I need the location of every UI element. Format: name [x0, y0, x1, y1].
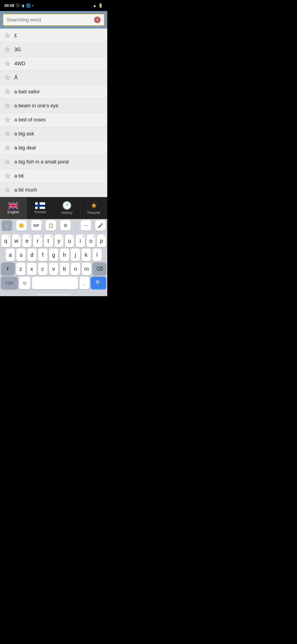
key-k[interactable]: k	[81, 249, 91, 261]
key-i[interactable]: i8	[76, 234, 85, 247]
key-s[interactable]: s	[16, 249, 26, 261]
word-text: 4WD	[14, 61, 25, 67]
key-r[interactable]: r4	[33, 234, 42, 247]
keyboard-row-3: ⬆ z x c v b n m ⌫	[1, 263, 106, 275]
svg-marker-4	[5, 89, 10, 94]
key-a[interactable]: a	[6, 249, 15, 261]
key-p[interactable]: p0	[97, 234, 106, 247]
word-item[interactable]: 4WD	[0, 57, 107, 71]
star-icon[interactable]	[4, 61, 10, 67]
key-z[interactable]: z	[16, 263, 26, 275]
svg-marker-11	[5, 187, 10, 192]
star-icon[interactable]	[4, 145, 10, 151]
word-text: a bed of roses	[14, 117, 46, 123]
home-indicator-bar	[0, 292, 107, 296]
keyboard-settings-button[interactable]: ⚙	[60, 220, 71, 231]
key-c[interactable]: c	[38, 263, 48, 275]
key-b[interactable]: b	[60, 263, 69, 275]
key-num-mode[interactable]: ?123	[1, 277, 18, 289]
word-item[interactable]: a big deal	[0, 141, 107, 155]
word-item[interactable]: 3G	[0, 43, 107, 57]
star-icon[interactable]	[4, 117, 10, 123]
keyboard-clipboard-button[interactable]: 📋	[46, 220, 56, 231]
star-icon[interactable]	[4, 159, 10, 165]
word-item[interactable]: £	[0, 29, 107, 43]
tab-english-label: English	[7, 210, 19, 214]
keyboard-gif-button[interactable]: GIF	[31, 220, 42, 231]
key-f[interactable]: f	[38, 249, 47, 261]
svg-marker-9	[5, 159, 10, 164]
star-icon[interactable]	[4, 47, 10, 53]
star-icon[interactable]	[4, 131, 10, 137]
word-item[interactable]: a bad sailor	[0, 85, 107, 99]
tab-favorite[interactable]: ★ Favorite	[81, 197, 107, 219]
star-icon[interactable]	[4, 187, 10, 193]
keyboard-row-2: a s d f g h j k l	[1, 249, 106, 261]
word-text: a bad sailor	[14, 89, 40, 95]
home-indicator	[37, 294, 70, 295]
svg-marker-3	[5, 75, 10, 80]
tab-english[interactable]: English	[0, 197, 27, 219]
word-text: a bit much	[14, 187, 37, 193]
star-icon[interactable]	[4, 173, 10, 179]
star-icon[interactable]	[4, 103, 10, 109]
star-icon[interactable]	[4, 89, 10, 95]
globe-icon: 🌐	[26, 3, 31, 8]
clear-button[interactable]	[94, 17, 101, 23]
search-input[interactable]	[7, 17, 92, 23]
key-e[interactable]: e3	[22, 234, 32, 247]
key-o[interactable]: o9	[86, 234, 96, 247]
key-y[interactable]: y6	[54, 234, 64, 247]
star-icon[interactable]	[4, 75, 10, 81]
svg-rect-15	[38, 202, 40, 209]
word-item[interactable]: a bit much	[0, 183, 107, 197]
key-n[interactable]: n	[71, 263, 80, 275]
svg-marker-0	[5, 33, 10, 38]
fi-flag-icon	[35, 202, 45, 209]
word-text: a bit	[14, 173, 24, 179]
svg-marker-6	[5, 117, 10, 122]
key-l[interactable]: l	[92, 249, 102, 261]
word-item[interactable]: a big fish in a small pond	[0, 155, 107, 169]
key-search[interactable]: 🔍	[91, 277, 106, 289]
word-item[interactable]: Å	[0, 71, 107, 85]
key-m[interactable]: m	[82, 263, 91, 275]
key-shift[interactable]: ⬆	[1, 263, 15, 275]
svg-marker-7	[5, 131, 10, 136]
key-j[interactable]: j	[71, 249, 80, 261]
tab-finnish[interactable]: Finnish	[27, 197, 54, 219]
tab-history[interactable]: 🕐 History	[54, 197, 81, 219]
word-text: Å	[14, 75, 18, 81]
tab-finnish-label: Finnish	[34, 210, 46, 214]
word-item[interactable]: a big ask	[0, 127, 107, 141]
keyboard-mic-button[interactable]: 🎤	[95, 220, 106, 231]
keyboard-row-4: ?123 ☺ . 🔍	[1, 277, 106, 289]
dot-icon: ●	[32, 4, 34, 7]
key-emoji[interactable]: ☺	[19, 277, 31, 289]
key-x[interactable]: x	[27, 263, 37, 275]
key-g[interactable]: g	[49, 249, 58, 261]
word-item[interactable]: a beam in one's eye	[0, 99, 107, 113]
star-icon[interactable]	[4, 32, 10, 39]
keyboard-back-button[interactable]: ‹	[2, 220, 12, 231]
key-delete[interactable]: ⌫	[93, 263, 106, 275]
key-v[interactable]: v	[49, 263, 59, 275]
keyboard-sticker-button[interactable]: 🙂	[16, 220, 27, 231]
key-q[interactable]: q1	[1, 234, 10, 247]
key-w[interactable]: w2	[12, 234, 21, 247]
key-d[interactable]: d	[27, 249, 37, 261]
wifi-icon: ▲	[93, 3, 97, 8]
key-period[interactable]: .	[79, 277, 89, 289]
keyboard: q1 w2 e3 r4 t5 y6 u7 i8 o9 p0 a s d f g …	[0, 233, 107, 292]
word-item[interactable]: a bit	[0, 169, 107, 183]
svg-marker-8	[5, 145, 10, 150]
favorite-star-icon: ★	[90, 202, 97, 209]
key-u[interactable]: u7	[65, 234, 74, 247]
key-h[interactable]: h	[60, 249, 69, 261]
key-t[interactable]: t5	[44, 234, 53, 247]
word-text: £	[14, 33, 17, 39]
key-space[interactable]	[32, 277, 78, 289]
word-item[interactable]: a bed of roses	[0, 113, 107, 127]
svg-marker-2	[5, 61, 10, 66]
keyboard-more-button[interactable]: ···	[81, 220, 91, 231]
